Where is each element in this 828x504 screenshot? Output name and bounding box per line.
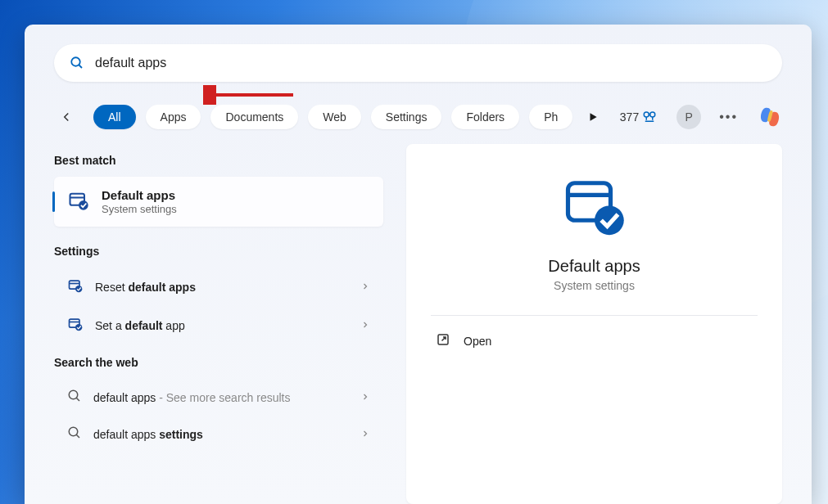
svg-point-0 <box>71 57 80 66</box>
filter-documents[interactable]: Documents <box>210 105 298 129</box>
default-apps-icon <box>67 189 90 215</box>
detail-title: Default apps <box>431 257 758 276</box>
detail-action-open[interactable]: Open <box>431 316 758 366</box>
search-icon <box>67 389 82 406</box>
default-apps-icon <box>67 277 84 296</box>
detail-pane: Default apps System settings Open <box>406 144 782 504</box>
detail-icon <box>431 175 758 239</box>
search-icon <box>69 56 85 70</box>
section-settings: Settings <box>54 245 383 258</box>
user-avatar[interactable]: P <box>676 105 701 129</box>
points-count: 377 <box>620 110 639 124</box>
filter-photos[interactable]: Ph <box>529 105 572 129</box>
result-label: default apps - See more search results <box>93 391 290 404</box>
chevron-right-icon <box>360 428 370 441</box>
filter-row: All Apps Documents Web Settings Folders … <box>54 105 782 129</box>
chevron-right-icon <box>360 281 370 294</box>
chevron-right-icon <box>360 319 370 332</box>
svg-point-7 <box>79 200 88 210</box>
back-button[interactable] <box>54 105 79 129</box>
web-result-default-apps-settings[interactable]: default apps settings <box>54 416 383 452</box>
search-input[interactable] <box>95 56 767 70</box>
svg-line-17 <box>76 434 79 438</box>
chevron-right-icon <box>360 391 370 404</box>
best-match-result[interactable]: Default apps System settings <box>54 177 383 227</box>
section-best-match: Best match <box>54 154 383 167</box>
svg-point-16 <box>69 427 78 436</box>
filter-all[interactable]: All <box>93 105 136 129</box>
settings-result-reset[interactable]: Reset default apps <box>54 268 383 306</box>
result-label: Set a default app <box>95 319 185 332</box>
detail-subtitle: System settings <box>431 279 758 292</box>
rewards-points[interactable]: 377 <box>620 110 657 124</box>
filter-folders[interactable]: Folders <box>451 105 519 129</box>
default-apps-icon <box>67 316 84 335</box>
svg-line-15 <box>76 398 79 401</box>
svg-point-10 <box>75 286 82 292</box>
results-left-pane: Best match Default apps System settings … <box>54 144 390 504</box>
svg-point-14 <box>69 390 78 399</box>
windows-search-panel: All Apps Documents Web Settings Folders … <box>25 25 812 504</box>
result-label: Reset default apps <box>95 281 196 294</box>
filter-settings[interactable]: Settings <box>371 105 442 129</box>
annotation-arrow <box>203 85 301 105</box>
rewards-icon <box>642 110 657 124</box>
search-icon <box>67 425 82 443</box>
search-box[interactable] <box>54 44 782 82</box>
open-label: Open <box>464 335 491 348</box>
results-area: Best match Default apps System settings … <box>54 144 782 504</box>
filter-apps[interactable]: Apps <box>146 105 201 129</box>
svg-point-4 <box>650 112 655 117</box>
copilot-icon[interactable] <box>758 105 782 129</box>
section-search-web: Search the web <box>54 356 383 369</box>
filter-web[interactable]: Web <box>308 105 361 129</box>
more-options-button[interactable]: ••• <box>719 110 738 124</box>
svg-line-1 <box>79 65 82 68</box>
web-result-default-apps[interactable]: default apps - See more search results <box>54 379 383 416</box>
filter-more-button[interactable] <box>587 111 599 123</box>
svg-point-3 <box>644 112 649 117</box>
result-label: default apps settings <box>93 428 203 441</box>
svg-point-13 <box>75 324 82 331</box>
best-match-title: Default apps <box>102 188 177 202</box>
settings-result-set[interactable]: Set a default app <box>54 306 383 344</box>
best-match-subtitle: System settings <box>102 203 177 215</box>
svg-point-20 <box>595 205 624 235</box>
open-icon <box>436 332 450 349</box>
